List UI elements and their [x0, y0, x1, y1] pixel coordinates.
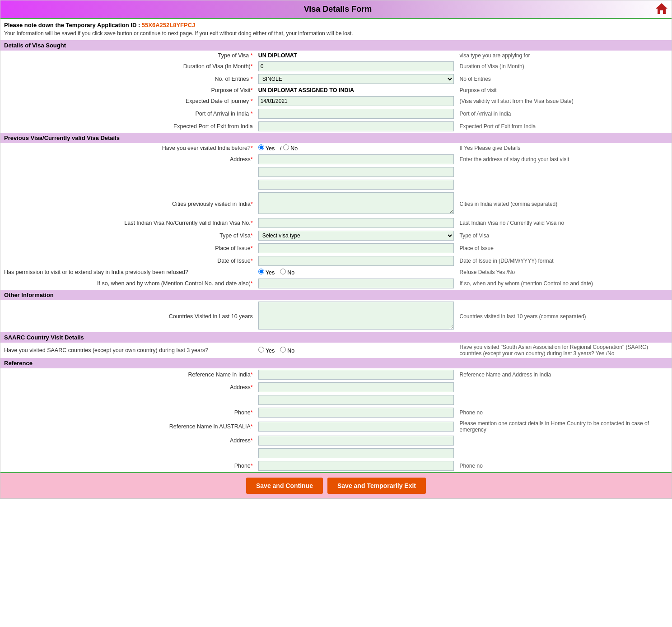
address2-input[interactable]	[258, 167, 454, 177]
address1-input-cell[interactable]	[256, 153, 457, 166]
saarc-yes-label[interactable]: Yes	[258, 348, 276, 354]
ref-aus-address2-input-cell[interactable]	[256, 447, 457, 460]
ref-phone-input-cell[interactable]	[256, 406, 457, 419]
ref-name-aus-label: Reference Name in AUSTRALIA*	[0, 419, 256, 434]
ref-aus-address2-input[interactable]	[258, 448, 454, 458]
date-issue-input[interactable]	[258, 256, 454, 266]
table-row: Has permission to visit or to extend sta…	[0, 267, 672, 277]
visited-no-radio[interactable]	[283, 144, 289, 150]
port-arrival-input[interactable]	[258, 109, 454, 119]
saarc-yes-radio[interactable]	[258, 347, 264, 353]
home-icon[interactable]	[655, 2, 668, 16]
entries-select-cell[interactable]: SINGLE DOUBLE MULTIPLE	[256, 73, 457, 85]
refused-no-radio[interactable]	[280, 269, 286, 274]
address2-input-cell[interactable]	[256, 166, 457, 178]
port-arrival-label: Port of Arrival in India *	[0, 107, 256, 120]
table-row	[0, 447, 672, 460]
table-row: Cities previously visited in India* Citi…	[0, 191, 672, 217]
duration-input-cell[interactable]	[256, 60, 457, 73]
section-details-visa: Details of Visa Sought	[0, 40, 672, 51]
countries-10yr-textarea[interactable]	[258, 302, 454, 330]
cities-help: Cities in India visited (comma separated…	[457, 191, 672, 217]
type-visa-prev-help: Type of Visa	[457, 229, 672, 242]
port-exit-input-cell[interactable]	[256, 120, 457, 133]
ref-phone-input[interactable]	[258, 408, 454, 418]
ref-name-aus-input[interactable]	[258, 422, 454, 432]
save-continue-button[interactable]: Save and Continue	[246, 478, 323, 494]
save-exit-button[interactable]: Save and Temporarily Exit	[327, 478, 426, 494]
place-issue-input-cell[interactable]	[256, 242, 457, 255]
address1-input[interactable]	[258, 154, 454, 164]
address3-input-cell[interactable]	[256, 178, 457, 191]
date-journey-input-cell[interactable]	[256, 95, 457, 107]
ref-address1-input-cell[interactable]	[256, 381, 457, 394]
table-row: Countries Visited in Last 10 years Count…	[0, 300, 672, 332]
date-journey-input[interactable]	[258, 96, 454, 106]
ref-aus-phone-input-cell[interactable]	[256, 460, 457, 472]
refused-radio-group: Yes No	[258, 269, 454, 276]
place-issue-label: Place of Issue*	[0, 242, 256, 255]
type-visa-help: visa type you are applying for	[457, 51, 672, 60]
countries-10yr-label: Countries Visited in Last 10 years	[0, 300, 256, 332]
visited-no-label[interactable]: / No	[280, 145, 298, 152]
table-row: Expected Date of journey * (Visa validit…	[0, 95, 672, 107]
table-row: Address*	[0, 381, 672, 394]
last-visa-no-input-cell[interactable]	[256, 217, 457, 229]
address-help: Enter the address of stay during your la…	[457, 153, 672, 166]
visited-yes-radio[interactable]	[258, 144, 264, 150]
saarc-no-radio[interactable]	[280, 347, 286, 353]
ref-aus-address1-input-cell[interactable]	[256, 434, 457, 447]
ref-address2-input-cell[interactable]	[256, 394, 457, 406]
table-row: Reference Name in India* Reference Name …	[0, 368, 672, 381]
refused-no-label[interactable]: No	[280, 269, 294, 276]
type-visa-prev-select[interactable]: Select visa type	[258, 231, 454, 241]
port-arrival-input-cell[interactable]	[256, 107, 457, 120]
type-visa-prev-select-cell[interactable]: Select visa type	[256, 229, 457, 242]
ref-name-india-input[interactable]	[258, 370, 454, 380]
section-reference: Reference	[0, 358, 672, 368]
type-visa-prev-label: Type of Visa*	[0, 229, 256, 242]
port-exit-input[interactable]	[258, 121, 454, 131]
ref-name-india-input-cell[interactable]	[256, 368, 457, 381]
refused-radio-cell[interactable]: Yes No	[256, 267, 457, 277]
table-row: Place of Issue* Place of Issue	[0, 242, 672, 255]
duration-label: Duration of Visa (In Month)*	[0, 60, 256, 73]
refused-yes-label[interactable]: Yes	[258, 269, 276, 276]
refused-yes-radio[interactable]	[258, 269, 264, 274]
ref-address1-input[interactable]	[258, 382, 454, 392]
countries-10yr-textarea-cell[interactable]	[256, 300, 457, 332]
table-row: Type of Visa* Select visa type Type of V…	[0, 229, 672, 242]
app-id-row: Please note down the Temporary Applicati…	[0, 19, 672, 29]
ref-aus-address-label: Address*	[0, 434, 256, 447]
saarc-radio-cell[interactable]: Yes No	[256, 343, 457, 358]
cities-textarea[interactable]	[258, 192, 454, 214]
page-title: Visa Details Form	[20, 5, 655, 14]
table-row: Phone* Phone no	[0, 406, 672, 419]
address3-input[interactable]	[258, 180, 454, 190]
duration-input[interactable]	[258, 61, 454, 71]
table-row: Last Indian Visa No/Currently valid Indi…	[0, 217, 672, 229]
visited-yes-label[interactable]: Yes	[258, 145, 276, 152]
type-visa-label: Type of Visa *	[0, 51, 256, 60]
ref-aus-address1-input[interactable]	[258, 436, 454, 446]
cities-textarea-cell[interactable]	[256, 191, 457, 217]
refused-help: Refuse Details Yes /No	[457, 267, 672, 277]
refused-when-label: If so, when and by whom (Mention Control…	[0, 277, 256, 290]
saarc-no-label[interactable]: No	[280, 348, 294, 354]
ref-aus-phone-input[interactable]	[258, 461, 454, 471]
date-issue-input-cell[interactable]	[256, 255, 457, 267]
table-row: Duration of Visa (In Month)* Duration of…	[0, 60, 672, 73]
table-row	[0, 166, 672, 178]
visited-before-radio-cell[interactable]: Yes / No	[256, 143, 457, 153]
place-issue-input[interactable]	[258, 243, 454, 253]
ref-name-india-label: Reference Name in India*	[0, 368, 256, 381]
last-visa-no-input[interactable]	[258, 218, 454, 228]
refused-when-input[interactable]	[258, 279, 454, 288]
ref-address2-input[interactable]	[258, 395, 454, 405]
refused-when-input-cell[interactable]	[256, 277, 457, 290]
entries-select[interactable]: SINGLE DOUBLE MULTIPLE	[258, 74, 454, 84]
table-row	[0, 178, 672, 191]
ref-name-aus-input-cell[interactable]	[256, 419, 457, 434]
type-visa-value: UN DIPLOMAT	[258, 52, 297, 59]
last-visa-no-label: Last Indian Visa No/Currently valid Indi…	[0, 217, 256, 229]
